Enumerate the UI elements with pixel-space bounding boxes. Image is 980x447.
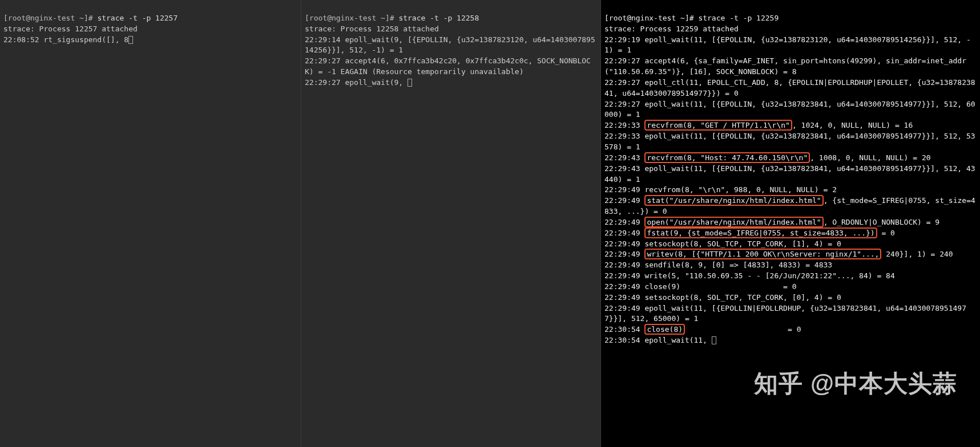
- shell-prompt: [root@nginx-test ~]#: [3, 14, 97, 22]
- highlighted-syscall: recvfrom(8, "Host: 47.74.60.150\r\n": [644, 152, 810, 163]
- output-segment: 22:29:49: [604, 218, 644, 226]
- output-segment: 22:29:49: [604, 196, 644, 205]
- output-line: 22:29:27 accept4(6, 0x7ffca3b42c20, 0x7f…: [305, 56, 591, 76]
- output-segment: 22:29:49 recvfrom(8, "\r\n", 988, 0, NUL…: [604, 185, 837, 194]
- output-segment: = 0: [877, 229, 895, 237]
- output-segment: 22:29:33 epoll_wait(11, [{EPOLLIN, {u32=…: [604, 132, 975, 151]
- terminal-pane-3[interactable]: [root@nginx-test ~]# strace -t -p 12259 …: [600, 0, 980, 447]
- output-segment: , O_RDONLY|O_NONBLOCK) = 9: [824, 218, 940, 226]
- highlighted-syscall: open("/usr/share/nginx/html/index.html": [644, 217, 823, 227]
- output-segment: = 0: [685, 325, 801, 334]
- output-segment: 22:30:54: [604, 325, 644, 334]
- highlighted-syscall: close(8): [644, 324, 685, 335]
- output-segment: 22:29:49: [604, 250, 644, 258]
- output-segment: 22:29:49 write(5, "110.50.69.35 - - [26/…: [604, 271, 895, 280]
- output-line: strace: Process 12257 attached: [3, 25, 138, 33]
- output-segment: 22:29:49 setsockopt(8, SOL_TCP, TCP_CORK…: [604, 293, 841, 302]
- output-body: strace: Process 12259 attached 22:29:19 …: [604, 25, 975, 344]
- command-text: strace -t -p 12258: [398, 14, 479, 22]
- output-segment: 22:29:33: [604, 121, 644, 129]
- shell-prompt: [root@nginx-test ~]#: [604, 14, 698, 22]
- output-segment: , 1024, 0, NULL, NULL) = 16: [792, 121, 913, 129]
- output-segment: 22:29:49: [604, 229, 644, 237]
- highlighted-syscall: stat("/usr/share/nginx/html/index.html": [644, 195, 823, 206]
- cursor-icon: [408, 79, 412, 87]
- output-segment: 22:30:54 epoll_wait(11,: [604, 336, 712, 344]
- output-segment: 22:29:27 epoll_ctl(11, EPOLL_CTL_ADD, 8,…: [604, 78, 975, 97]
- output-line: 22:29:27 epoll_wait(9,: [305, 78, 408, 87]
- highlighted-syscall: writev(8, [{"HTTP/1.1 200 OK\r\nServer: …: [644, 249, 881, 259]
- terminal-pane-1[interactable]: [root@nginx-test ~]# strace -t -p 12257 …: [0, 0, 301, 447]
- highlighted-syscall: fstat(9, {st_mode=S_IFREG|0755, st_size=…: [644, 227, 877, 238]
- output-segment: 22:29:43: [604, 153, 644, 162]
- output-segment: 240}], 1) = 240: [881, 250, 953, 258]
- output-segment: 22:29:43 epoll_wait(11, [{EPOLLIN, {u32=…: [604, 164, 975, 184]
- output-segment: 22:29:27 epoll_wait(11, [{EPOLLIN, {u32=…: [604, 100, 975, 119]
- output-segment: 22:29:49 epoll_wait(11, [{EPOLLIN|EPOLLR…: [604, 304, 966, 323]
- output-segment: 22:29:49 sendfile(8, 9, [0] => [4833], 4…: [604, 261, 832, 269]
- highlighted-syscall: recvfrom(8, "GET / HTTP/1.1\r\n": [644, 120, 792, 131]
- output-segment: 22:29:49 close(9) = 0: [604, 282, 797, 291]
- shell-prompt: [root@nginx-test ~]#: [305, 14, 398, 22]
- command-text: strace -t -p 12259: [698, 14, 779, 22]
- cursor-icon: [128, 36, 133, 44]
- output-line: 22:29:14 epoll_wait(9, [{EPOLLIN, {u32=1…: [305, 35, 595, 55]
- command-text: strace -t -p 12257: [97, 14, 178, 22]
- output-segment: 22:29:49 setsockopt(8, SOL_TCP, TCP_CORK…: [604, 239, 841, 248]
- output-line: strace: Process 12258 attached: [305, 25, 439, 33]
- output-segment: 22:29:19 epoll_wait(11, [{EPOLLIN, {u32=…: [604, 35, 971, 55]
- output-segment: 22:29:27 accept4(6, {sa_family=AF_INET, …: [604, 56, 966, 76]
- output-line: 22:08:52 rt_sigsuspend([], 8: [3, 35, 128, 44]
- terminal-pane-2[interactable]: [root@nginx-test ~]# strace -t -p 12258 …: [301, 0, 600, 447]
- cursor-icon: [712, 336, 716, 344]
- output-segment: , 1008, 0, NULL, NULL) = 20: [810, 153, 930, 162]
- output-segment: strace: Process 12259 attached: [604, 25, 739, 33]
